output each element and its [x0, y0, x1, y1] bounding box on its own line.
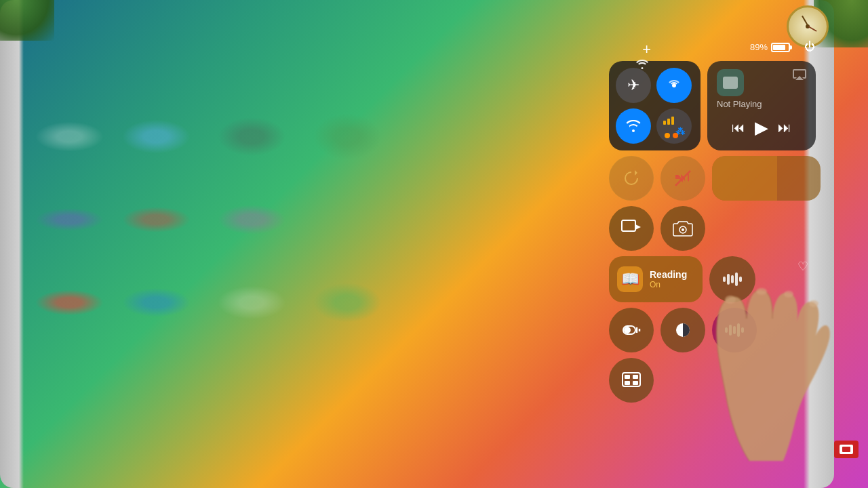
svg-rect-22 [625, 381, 630, 385]
wifi-button[interactable] [616, 108, 651, 144]
svg-point-12 [625, 327, 630, 333]
cc-row-5 [609, 308, 821, 352]
svg-rect-9 [735, 272, 738, 286]
airplane-mode-button[interactable]: ✈ [616, 68, 651, 103]
control-center: ✈ [609, 61, 821, 403]
connectivity-block: ✈ [609, 61, 701, 150]
shazam-button[interactable] [712, 308, 757, 352]
wifi-status-icon [636, 60, 648, 72]
svg-rect-1 [723, 77, 738, 89]
svg-rect-23 [633, 381, 638, 385]
cc-row-1: ✈ [609, 61, 821, 150]
plant-top-left [0, 0, 54, 41]
svg-rect-21 [633, 375, 638, 379]
media-artwork [717, 69, 744, 96]
cc-row-3 [609, 206, 821, 251]
reading-subtitle: On [650, 280, 687, 289]
camera-button[interactable] [660, 206, 705, 251]
mute-button[interactable] [660, 156, 705, 201]
svg-rect-14 [725, 327, 728, 333]
cc-row-4: 📖 Reading On [609, 256, 821, 302]
reading-book-icon: 📖 [617, 266, 643, 292]
reading-text: Reading On [650, 269, 687, 289]
svg-point-5 [682, 228, 684, 231]
reading-mode-button[interactable]: 📖 Reading On [609, 256, 703, 302]
svg-rect-7 [727, 274, 730, 285]
conn-row-2: ⁂ [616, 108, 694, 144]
not-playing-label: Not Playing [717, 99, 806, 109]
svg-rect-16 [733, 326, 736, 334]
cc-row-2 [609, 156, 821, 201]
screen-record-button[interactable] [609, 206, 654, 251]
power-icon: ⏻ [804, 41, 815, 53]
lock-rotation-button[interactable] [609, 156, 654, 201]
battery-icon [771, 43, 790, 52]
next-track-button[interactable]: ⏭ [778, 120, 791, 136]
battery-fill [773, 45, 785, 50]
svg-rect-20 [625, 375, 630, 379]
battery-percent: 89% [750, 42, 768, 52]
status-bar: 89% [750, 42, 790, 52]
dark-mode-button[interactable] [660, 308, 705, 352]
svg-rect-15 [729, 325, 732, 336]
media-player-block: Not Playing ⏮ ▶ ⏭ [707, 61, 816, 150]
svg-rect-8 [731, 275, 734, 283]
svg-rect-10 [739, 277, 742, 282]
slideshow-button[interactable] [609, 358, 654, 403]
svg-rect-3 [622, 220, 635, 231]
brightness-block[interactable] [712, 156, 821, 201]
shazam-waveform-button[interactable] [709, 256, 755, 302]
low-power-mode-button[interactable] [609, 308, 654, 352]
conn-row-1: ✈ [616, 68, 694, 103]
add-widget-button[interactable]: + [642, 41, 651, 58]
prev-track-button[interactable]: ⏮ [732, 120, 745, 136]
cellular-bluetooth-button[interactable]: ⁂ [656, 108, 692, 144]
svg-rect-17 [737, 323, 740, 337]
cc-row-6 [609, 358, 821, 403]
heart-icon: ♡ [797, 259, 808, 274]
svg-point-0 [672, 83, 676, 87]
airplay-icon[interactable] [793, 69, 806, 83]
svg-rect-6 [723, 277, 726, 282]
bottom-right-decoration [834, 441, 859, 458]
reading-title: Reading [650, 269, 687, 280]
personal-hotspot-button[interactable] [656, 68, 692, 103]
media-controls: ⏮ ▶ ⏭ [717, 117, 806, 138]
bezel-left [0, 0, 24, 488]
play-button[interactable]: ▶ [755, 117, 768, 138]
svg-rect-18 [741, 327, 744, 333]
